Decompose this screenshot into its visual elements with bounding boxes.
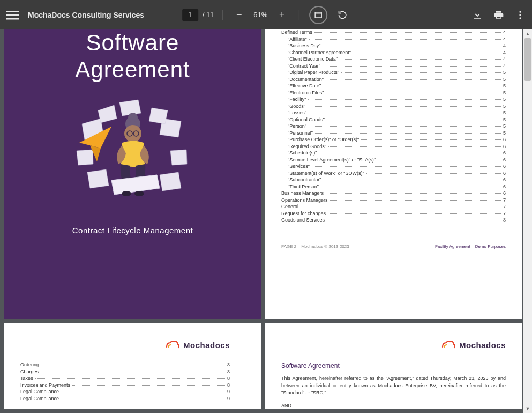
zoom-in-button[interactable]: + <box>274 8 289 23</box>
toc-dots <box>61 399 225 399</box>
toc-dots <box>312 166 501 167</box>
toc-term: "Required Goods" <box>288 144 326 149</box>
toc-dots <box>328 213 501 214</box>
document-title: MochaDocs Consulting Services <box>28 11 144 19</box>
toc-page: 6 <box>503 164 506 169</box>
mochadocs-logo: Mochadocs <box>441 340 506 350</box>
svg-rect-2 <box>6 18 19 20</box>
toc-term: "Losses" <box>288 110 306 115</box>
toc-term: Taxes <box>20 375 33 381</box>
toc-sections: Business Managers6Operations Managers7Ge… <box>281 190 506 223</box>
toc-heading: Defined Terms 4 <box>281 30 506 35</box>
svg-point-26 <box>122 191 131 196</box>
toc-heading-term: Defined Terms <box>281 30 312 35</box>
pdf-page-2: Defined Terms 4 "Affiliate"4"Business Da… <box>265 30 522 319</box>
svg-point-6 <box>519 14 521 16</box>
toolbar-center: / 11 − 61% + <box>182 6 350 24</box>
zoom-out-button[interactable]: − <box>231 8 246 23</box>
cover-illustration <box>71 92 194 215</box>
toc-term: "Personnel" <box>288 130 313 136</box>
toc-defined-terms: "Affiliate"4"Business Day"4"Channel Part… <box>281 36 506 189</box>
toc-page: 6 <box>503 144 506 149</box>
toc-dots <box>328 146 501 147</box>
cover-title-line2: Agreement <box>75 57 190 82</box>
print-icon[interactable] <box>493 10 504 20</box>
toc-item: Request for changes7 <box>281 211 506 216</box>
toc-item: "Electronic Files"5 <box>281 90 506 95</box>
page-total-label: / 11 <box>203 11 214 19</box>
toc-term: "Optional Goods" <box>288 117 325 122</box>
agreement-and: AND <box>281 402 506 410</box>
toc-term: "Third Person" <box>288 184 319 189</box>
svg-point-20 <box>128 113 138 122</box>
svg-point-5 <box>519 11 521 12</box>
logo-text: Mochadocs <box>183 341 230 350</box>
toc-page: 6 <box>503 137 506 142</box>
toc-item: "Third Person"6 <box>281 184 506 189</box>
pages-container: Software Agreement <box>0 30 532 413</box>
menu-icon[interactable] <box>6 9 19 21</box>
svg-marker-12 <box>119 100 141 116</box>
toc-dots <box>72 385 225 386</box>
vertical-scrollbar[interactable]: ▲ ▼ <box>523 30 532 413</box>
toc-page: 5 <box>503 130 506 136</box>
toc-dots <box>353 53 501 53</box>
toc-page: 7 <box>503 211 506 216</box>
toc-page: 5 <box>503 104 506 109</box>
toc-item: "Facility"5 <box>281 97 506 102</box>
cover-title-line1: Software <box>86 30 179 55</box>
toc-dots <box>321 187 501 187</box>
toc-term: "Subcontractor" <box>288 177 321 182</box>
toc-dots <box>323 180 501 180</box>
toc-item: "Digital Paper Products"5 <box>281 70 506 75</box>
scroll-down-arrow[interactable]: ▼ <box>523 404 532 413</box>
toc-page: 6 <box>503 177 506 182</box>
toc-item: Charges8 <box>20 369 230 374</box>
cover-title: Software Agreement <box>75 30 190 84</box>
toc-page: 8 <box>503 217 506 223</box>
toc-item: "Subcontractor"6 <box>281 177 506 182</box>
toc-item: General7 <box>281 204 506 209</box>
toc-dots <box>301 206 501 207</box>
toc-item: Legal Compliance9 <box>20 396 230 401</box>
toc-item: "Schedule(s)"6 <box>281 150 506 156</box>
scroll-up-arrow[interactable]: ▲ <box>523 30 532 38</box>
toc-dots <box>340 59 501 60</box>
toc-item: "Required Goods"6 <box>281 144 506 149</box>
toc-item: Operations Managers7 <box>281 197 506 203</box>
toc-page: 8 <box>227 369 230 374</box>
toc-term: "Facility" <box>288 97 306 102</box>
logo-row: Mochadocs <box>35 340 245 351</box>
cover-subtitle: Contract Lifecycle Management <box>72 226 193 235</box>
toc-dots <box>361 139 501 140</box>
more-icon[interactable] <box>515 10 526 20</box>
toc-dots <box>309 113 501 113</box>
toc-page: 5 <box>503 97 506 102</box>
toc-term: Request for changes <box>281 211 326 216</box>
svg-point-27 <box>134 191 144 196</box>
toc-dots <box>326 79 501 80</box>
pdf-toolbar: MochaDocs Consulting Services / 11 − 61%… <box>0 0 532 30</box>
toc-page: 5 <box>503 117 506 122</box>
toc-term: Legal Compliance <box>20 389 59 394</box>
footer-left: PAGE 2 – Mochadocs © 2013-2023 <box>281 244 349 249</box>
toc-item: Goods and Services8 <box>281 217 506 223</box>
rotate-button[interactable] <box>335 8 350 23</box>
toc-page: 7 <box>503 204 506 209</box>
toc-term: "Effective Date" <box>288 83 321 88</box>
toc-term: Ordering <box>20 362 39 367</box>
download-icon[interactable] <box>472 10 483 20</box>
toc-page: 4 <box>503 56 506 62</box>
toc-page: 5 <box>503 110 506 115</box>
zoom-level-label: 61% <box>251 11 270 19</box>
fit-to-page-button[interactable] <box>309 6 327 24</box>
page-number-input[interactable] <box>182 9 198 21</box>
svg-marker-14 <box>98 105 117 123</box>
scroll-thumb[interactable] <box>524 38 531 81</box>
toc-list: Defined Terms 4 <box>281 30 506 35</box>
toc-item: "Documentation"5 <box>281 77 506 82</box>
pdf-page-3: Mochadocs Ordering8Charges8Taxes8Invoice… <box>4 323 261 409</box>
toc-page: 5 <box>503 123 506 129</box>
pdf-page-1: Software Agreement <box>4 30 261 319</box>
footer-right: Facility Agreement – Demo Purposes <box>435 244 506 249</box>
